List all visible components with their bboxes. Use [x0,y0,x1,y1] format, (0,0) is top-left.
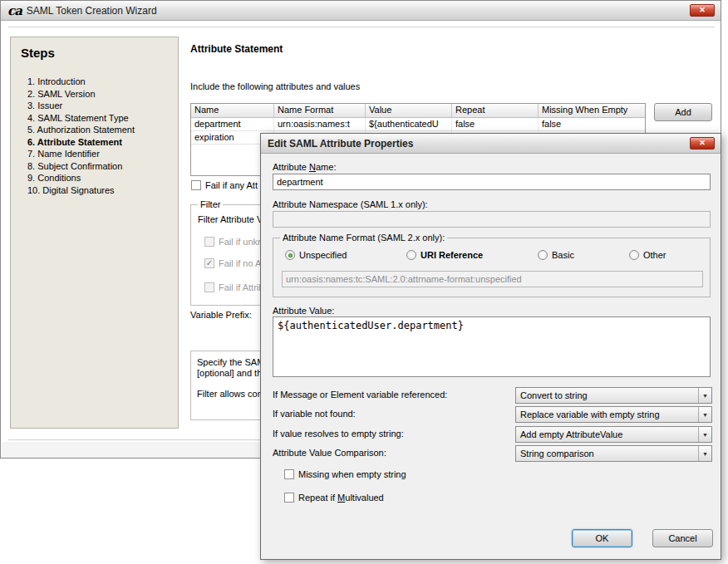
dialog-titlebar[interactable]: Edit SAML Attribute Properties ✕ [261,134,721,154]
page-title: Attribute Statement [190,43,283,55]
select-value: Add empty AttributeValue [516,429,698,439]
filter-attribute-label: Filter Attribute Va [198,214,268,224]
value-comparison-label: Attribute Value Comparison: [273,448,386,458]
name-format-group-title: Attribute Name Format (SAML 2.x only): [280,233,447,243]
variable-prefix-label: Variable Prefix: [190,310,252,320]
screen: { "icons": { "close": "✕", "dropdown_arr… [0,0,728,564]
step-item-name-identifier: 7. Name Identifier [27,148,135,160]
cancel-button-label: Cancel [668,533,696,543]
label-mnemonic: N [309,162,316,172]
step-item-digital-signatures: 10. Digital Signatures [27,184,135,197]
table-row[interactable]: department urn:oasis:names:t ${authentic… [191,118,645,131]
steps-panel: Steps 1. Introduction 2. SAML Version 3.… [10,37,179,429]
ok-button[interactable]: OK [572,529,632,547]
checkbox-box [284,469,294,479]
radio-icon [538,250,548,260]
checkbox-label: Fail if no Att [219,258,266,268]
checkbox-box [191,180,201,190]
label-text: Attribute [273,162,309,172]
attribute-value-textarea[interactable]: ${authenticatedUser.department} [273,316,711,377]
radio-icon [406,250,416,260]
select-value: Replace variable with empty string [516,410,698,419]
checkbox-box [284,493,294,503]
cell-name-format: urn:oasis:names:t [274,118,366,130]
missing-when-empty-checkbox[interactable]: Missing when empty string [284,469,406,479]
radio-label: Basic [552,250,574,260]
cell-repeat: false [452,118,539,130]
radio-uri-reference[interactable]: URI Reference [406,250,483,260]
steps-heading: Steps [21,46,55,60]
cell-name: department [191,118,274,130]
intro-text: Include the following attributes and val… [190,81,360,91]
col-missing-when-empty: Missing When Empty [539,104,645,117]
step-item-saml-version: 2. SAML Version [27,88,135,101]
col-name: Name [191,104,274,117]
radio-unspecified[interactable]: Unspecified [285,250,347,260]
step-item-introduction: 1. Introduction [27,76,135,88]
chevron-down-icon: ▼ [698,407,711,422]
variable-not-found-label: If variable not found: [273,409,356,419]
chevron-down-icon: ▼ [698,388,711,403]
fail-if-any-checkbox[interactable]: Fail if any Att [191,180,258,190]
note-line: [optional] and the [197,368,267,378]
divider [8,27,715,28]
edit-attribute-dialog: Edit SAML Attribute Properties ✕ Attribu… [260,133,721,560]
label-text: Repeat if [298,493,337,503]
radio-other[interactable]: Other [629,250,667,260]
step-item-attribute-statement: 6. Attribute Statement [27,136,135,149]
radio-icon [629,250,639,260]
note-line: Specify the SAML [197,357,269,367]
chevron-down-icon: ▼ [698,427,711,442]
attributes-table-header: Name Name Format Value Repeat Missing Wh… [191,104,645,118]
fail-if-no-attr-checkbox: ✓ Fail if no Att [204,258,266,268]
col-name-format: Name Format [274,104,366,117]
filter-group-title: Filter [198,199,223,209]
col-repeat: Repeat [452,104,539,117]
dialog-title: Edit SAML Attribute Properties [268,138,413,150]
radio-basic[interactable]: Basic [538,250,574,260]
step-item-subject-confirmation: 8. Subject Confirmation [27,160,135,173]
variable-not-found-select[interactable]: Replace variable with empty string ▼ [515,406,712,423]
empty-string-label: If value resolves to empty string: [273,429,404,439]
wizard-title: SAML Token Creation Wizard [27,5,157,17]
checkbox-box [204,282,214,292]
empty-string-select[interactable]: Add empty AttributeValue ▼ [515,426,712,443]
close-icon[interactable]: ✕ [690,4,715,17]
attribute-namespace-input [273,211,711,228]
checkbox-box checked: ✓ [204,258,214,268]
checkbox-label: Missing when empty string [298,469,406,479]
label-text: ultivalued [345,493,383,503]
attribute-name-input[interactable]: department [273,174,711,190]
ok-button-label: OK [596,533,609,543]
radio-label: URI Reference [421,250,483,260]
radio-label: Unspecified [299,250,347,260]
checkbox-box [204,237,214,247]
checkbox-label: Repeat if Multivalued [298,493,384,503]
format-uri-input: urn:oasis:names:tc:SAML:2.0:attrname-for… [282,271,703,287]
value-comparison-select[interactable]: String comparison ▼ [515,445,712,462]
step-item-issuer: 3. Issuer [27,100,135,112]
ca-logo-icon: ca [7,3,22,18]
wizard-titlebar[interactable]: ca SAML Token Creation Wizard ✕ [1,1,721,21]
radio-label: Other [643,250,667,260]
step-item-authorization-statement: 5. Authorization Statement [27,124,135,136]
label-text: ame: [316,162,336,172]
fail-if-attribute-checkbox: Fail if Attribu [204,282,269,292]
message-variable-select[interactable]: Convert to string ▼ [515,387,712,404]
cancel-button[interactable]: Cancel [652,529,713,547]
note-line: Filter allows confi [197,389,267,399]
radio-icon [285,250,295,260]
checkbox-label: Fail if any Att [205,180,258,190]
add-button[interactable]: Add [654,103,712,121]
steps-list: 1. Introduction 2. SAML Version 3. Issue… [27,76,135,196]
col-value: Value [366,104,452,117]
name-format-group: Attribute Name Format (SAML 2.x only): U… [273,238,711,297]
close-icon[interactable]: ✕ [690,137,715,150]
attribute-value-label: Attribute Value: [273,306,334,316]
select-value: Convert to string [516,390,698,400]
message-variable-label: If Message or Element variable reference… [273,390,447,400]
repeat-if-multivalued-checkbox[interactable]: Repeat if Multivalued [284,493,384,503]
chevron-down-icon: ▼ [698,446,711,461]
step-item-saml-statement-type: 4. SAML Statement Type [27,112,135,125]
add-button-label: Add [675,107,691,117]
